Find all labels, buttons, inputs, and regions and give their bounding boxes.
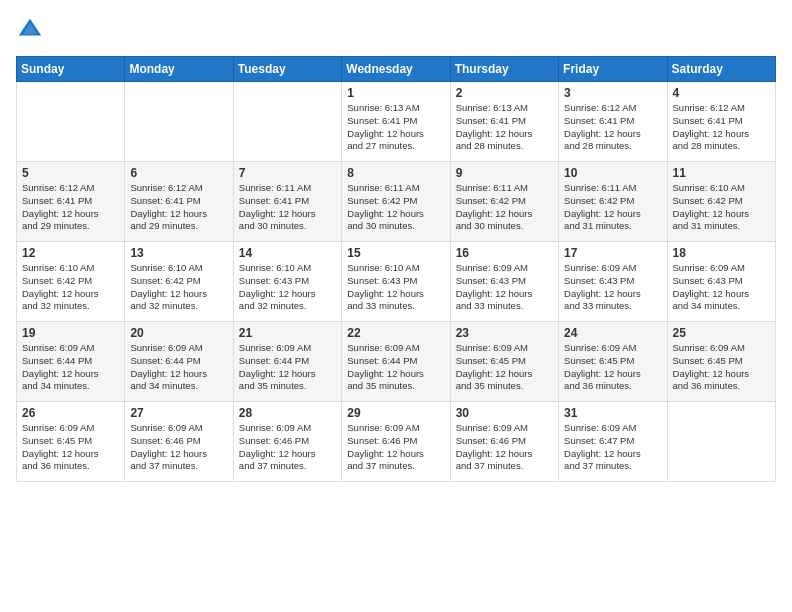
calendar-cell: 18Sunrise: 6:09 AM Sunset: 6:43 PM Dayli… [667,242,775,322]
day-info: Sunrise: 6:09 AM Sunset: 6:45 PM Dayligh… [564,342,661,393]
weekday-header-thursday: Thursday [450,57,558,82]
page-header [16,16,776,44]
day-info: Sunrise: 6:10 AM Sunset: 6:42 PM Dayligh… [22,262,119,313]
day-number: 18 [673,246,770,260]
day-number: 19 [22,326,119,340]
calendar-cell: 7Sunrise: 6:11 AM Sunset: 6:41 PM Daylig… [233,162,341,242]
calendar-cell: 1Sunrise: 6:13 AM Sunset: 6:41 PM Daylig… [342,82,450,162]
day-info: Sunrise: 6:09 AM Sunset: 6:45 PM Dayligh… [673,342,770,393]
calendar-cell: 27Sunrise: 6:09 AM Sunset: 6:46 PM Dayli… [125,402,233,482]
day-number: 5 [22,166,119,180]
day-number: 1 [347,86,444,100]
calendar-cell: 9Sunrise: 6:11 AM Sunset: 6:42 PM Daylig… [450,162,558,242]
calendar-cell [667,402,775,482]
logo-icon [16,16,44,44]
day-info: Sunrise: 6:11 AM Sunset: 6:42 PM Dayligh… [347,182,444,233]
day-info: Sunrise: 6:09 AM Sunset: 6:46 PM Dayligh… [456,422,553,473]
calendar-cell: 15Sunrise: 6:10 AM Sunset: 6:43 PM Dayli… [342,242,450,322]
day-info: Sunrise: 6:10 AM Sunset: 6:43 PM Dayligh… [347,262,444,313]
calendar-cell: 2Sunrise: 6:13 AM Sunset: 6:41 PM Daylig… [450,82,558,162]
day-number: 29 [347,406,444,420]
weekday-header-sunday: Sunday [17,57,125,82]
logo [16,16,48,44]
calendar-cell: 28Sunrise: 6:09 AM Sunset: 6:46 PM Dayli… [233,402,341,482]
calendar-cell: 20Sunrise: 6:09 AM Sunset: 6:44 PM Dayli… [125,322,233,402]
day-number: 6 [130,166,227,180]
day-number: 10 [564,166,661,180]
day-info: Sunrise: 6:09 AM Sunset: 6:43 PM Dayligh… [564,262,661,313]
day-number: 17 [564,246,661,260]
calendar-cell [125,82,233,162]
day-info: Sunrise: 6:09 AM Sunset: 6:44 PM Dayligh… [130,342,227,393]
day-info: Sunrise: 6:11 AM Sunset: 6:42 PM Dayligh… [456,182,553,233]
day-number: 8 [347,166,444,180]
calendar-cell: 26Sunrise: 6:09 AM Sunset: 6:45 PM Dayli… [17,402,125,482]
weekday-header-friday: Friday [559,57,667,82]
day-info: Sunrise: 6:09 AM Sunset: 6:44 PM Dayligh… [239,342,336,393]
weekday-header-tuesday: Tuesday [233,57,341,82]
day-number: 25 [673,326,770,340]
day-number: 30 [456,406,553,420]
calendar-cell: 10Sunrise: 6:11 AM Sunset: 6:42 PM Dayli… [559,162,667,242]
calendar-cell: 29Sunrise: 6:09 AM Sunset: 6:46 PM Dayli… [342,402,450,482]
day-info: Sunrise: 6:12 AM Sunset: 6:41 PM Dayligh… [673,102,770,153]
calendar-week-row: 12Sunrise: 6:10 AM Sunset: 6:42 PM Dayli… [17,242,776,322]
day-info: Sunrise: 6:09 AM Sunset: 6:44 PM Dayligh… [347,342,444,393]
calendar-cell: 19Sunrise: 6:09 AM Sunset: 6:44 PM Dayli… [17,322,125,402]
weekday-header-saturday: Saturday [667,57,775,82]
day-info: Sunrise: 6:09 AM Sunset: 6:45 PM Dayligh… [22,422,119,473]
day-info: Sunrise: 6:10 AM Sunset: 6:42 PM Dayligh… [673,182,770,233]
calendar-week-row: 1Sunrise: 6:13 AM Sunset: 6:41 PM Daylig… [17,82,776,162]
day-number: 9 [456,166,553,180]
day-number: 11 [673,166,770,180]
day-number: 12 [22,246,119,260]
day-info: Sunrise: 6:09 AM Sunset: 6:46 PM Dayligh… [130,422,227,473]
day-number: 24 [564,326,661,340]
day-info: Sunrise: 6:11 AM Sunset: 6:41 PM Dayligh… [239,182,336,233]
calendar-cell: 23Sunrise: 6:09 AM Sunset: 6:45 PM Dayli… [450,322,558,402]
calendar-cell [233,82,341,162]
day-number: 23 [456,326,553,340]
day-number: 20 [130,326,227,340]
day-info: Sunrise: 6:09 AM Sunset: 6:47 PM Dayligh… [564,422,661,473]
calendar-cell: 4Sunrise: 6:12 AM Sunset: 6:41 PM Daylig… [667,82,775,162]
day-number: 15 [347,246,444,260]
day-number: 7 [239,166,336,180]
calendar-cell: 16Sunrise: 6:09 AM Sunset: 6:43 PM Dayli… [450,242,558,322]
day-number: 21 [239,326,336,340]
day-info: Sunrise: 6:09 AM Sunset: 6:45 PM Dayligh… [456,342,553,393]
calendar-cell: 5Sunrise: 6:12 AM Sunset: 6:41 PM Daylig… [17,162,125,242]
calendar-cell: 6Sunrise: 6:12 AM Sunset: 6:41 PM Daylig… [125,162,233,242]
day-info: Sunrise: 6:09 AM Sunset: 6:43 PM Dayligh… [673,262,770,313]
calendar-cell: 24Sunrise: 6:09 AM Sunset: 6:45 PM Dayli… [559,322,667,402]
day-info: Sunrise: 6:10 AM Sunset: 6:42 PM Dayligh… [130,262,227,313]
day-info: Sunrise: 6:11 AM Sunset: 6:42 PM Dayligh… [564,182,661,233]
weekday-header-monday: Monday [125,57,233,82]
day-number: 31 [564,406,661,420]
calendar-cell: 8Sunrise: 6:11 AM Sunset: 6:42 PM Daylig… [342,162,450,242]
calendar-cell: 13Sunrise: 6:10 AM Sunset: 6:42 PM Dayli… [125,242,233,322]
day-info: Sunrise: 6:09 AM Sunset: 6:46 PM Dayligh… [347,422,444,473]
calendar-week-row: 19Sunrise: 6:09 AM Sunset: 6:44 PM Dayli… [17,322,776,402]
day-number: 27 [130,406,227,420]
calendar-cell: 12Sunrise: 6:10 AM Sunset: 6:42 PM Dayli… [17,242,125,322]
calendar-cell: 31Sunrise: 6:09 AM Sunset: 6:47 PM Dayli… [559,402,667,482]
day-number: 13 [130,246,227,260]
day-info: Sunrise: 6:12 AM Sunset: 6:41 PM Dayligh… [22,182,119,233]
calendar-cell: 30Sunrise: 6:09 AM Sunset: 6:46 PM Dayli… [450,402,558,482]
calendar-cell: 17Sunrise: 6:09 AM Sunset: 6:43 PM Dayli… [559,242,667,322]
calendar-table: SundayMondayTuesdayWednesdayThursdayFrid… [16,56,776,482]
day-number: 14 [239,246,336,260]
weekday-header-wednesday: Wednesday [342,57,450,82]
day-number: 3 [564,86,661,100]
weekday-header-row: SundayMondayTuesdayWednesdayThursdayFrid… [17,57,776,82]
day-info: Sunrise: 6:12 AM Sunset: 6:41 PM Dayligh… [564,102,661,153]
day-number: 4 [673,86,770,100]
day-number: 26 [22,406,119,420]
calendar-cell: 14Sunrise: 6:10 AM Sunset: 6:43 PM Dayli… [233,242,341,322]
day-info: Sunrise: 6:09 AM Sunset: 6:44 PM Dayligh… [22,342,119,393]
day-number: 16 [456,246,553,260]
day-info: Sunrise: 6:13 AM Sunset: 6:41 PM Dayligh… [456,102,553,153]
day-info: Sunrise: 6:09 AM Sunset: 6:43 PM Dayligh… [456,262,553,313]
calendar-cell: 3Sunrise: 6:12 AM Sunset: 6:41 PM Daylig… [559,82,667,162]
